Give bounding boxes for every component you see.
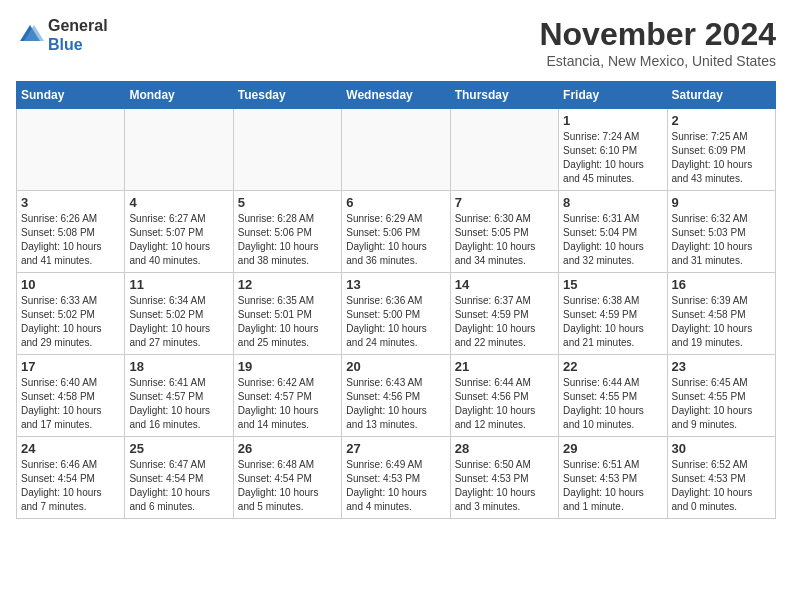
calendar-day-cell: 24Sunrise: 6:46 AM Sunset: 4:54 PM Dayli…	[17, 437, 125, 519]
calendar-week-row: 24Sunrise: 6:46 AM Sunset: 4:54 PM Dayli…	[17, 437, 776, 519]
calendar-day-cell: 10Sunrise: 6:33 AM Sunset: 5:02 PM Dayli…	[17, 273, 125, 355]
day-info: Sunrise: 6:43 AM Sunset: 4:56 PM Dayligh…	[346, 376, 445, 432]
day-info: Sunrise: 6:29 AM Sunset: 5:06 PM Dayligh…	[346, 212, 445, 268]
day-number: 2	[672, 113, 771, 128]
calendar-day-cell: 7Sunrise: 6:30 AM Sunset: 5:05 PM Daylig…	[450, 191, 558, 273]
calendar-day-cell: 15Sunrise: 6:38 AM Sunset: 4:59 PM Dayli…	[559, 273, 667, 355]
calendar-day-cell: 12Sunrise: 6:35 AM Sunset: 5:01 PM Dayli…	[233, 273, 341, 355]
calendar-day-cell: 11Sunrise: 6:34 AM Sunset: 5:02 PM Dayli…	[125, 273, 233, 355]
day-number: 9	[672, 195, 771, 210]
day-number: 15	[563, 277, 662, 292]
weekday-header: Sunday	[17, 82, 125, 109]
calendar-day-cell	[450, 109, 558, 191]
calendar-day-cell: 29Sunrise: 6:51 AM Sunset: 4:53 PM Dayli…	[559, 437, 667, 519]
day-number: 8	[563, 195, 662, 210]
day-number: 30	[672, 441, 771, 456]
day-number: 23	[672, 359, 771, 374]
calendar-day-cell: 26Sunrise: 6:48 AM Sunset: 4:54 PM Dayli…	[233, 437, 341, 519]
day-info: Sunrise: 6:32 AM Sunset: 5:03 PM Dayligh…	[672, 212, 771, 268]
calendar-table: SundayMondayTuesdayWednesdayThursdayFrid…	[16, 81, 776, 519]
day-number: 13	[346, 277, 445, 292]
day-info: Sunrise: 6:37 AM Sunset: 4:59 PM Dayligh…	[455, 294, 554, 350]
weekday-header: Tuesday	[233, 82, 341, 109]
day-number: 21	[455, 359, 554, 374]
day-info: Sunrise: 6:30 AM Sunset: 5:05 PM Dayligh…	[455, 212, 554, 268]
calendar-day-cell: 27Sunrise: 6:49 AM Sunset: 4:53 PM Dayli…	[342, 437, 450, 519]
logo-icon	[16, 21, 44, 49]
day-number: 1	[563, 113, 662, 128]
day-number: 28	[455, 441, 554, 456]
calendar-day-cell: 2Sunrise: 7:25 AM Sunset: 6:09 PM Daylig…	[667, 109, 775, 191]
calendar-day-cell: 28Sunrise: 6:50 AM Sunset: 4:53 PM Dayli…	[450, 437, 558, 519]
day-number: 29	[563, 441, 662, 456]
calendar-header-row: SundayMondayTuesdayWednesdayThursdayFrid…	[17, 82, 776, 109]
weekday-header: Saturday	[667, 82, 775, 109]
day-number: 25	[129, 441, 228, 456]
day-number: 19	[238, 359, 337, 374]
calendar-day-cell: 3Sunrise: 6:26 AM Sunset: 5:08 PM Daylig…	[17, 191, 125, 273]
calendar-day-cell: 21Sunrise: 6:44 AM Sunset: 4:56 PM Dayli…	[450, 355, 558, 437]
day-info: Sunrise: 6:45 AM Sunset: 4:55 PM Dayligh…	[672, 376, 771, 432]
calendar-day-cell: 23Sunrise: 6:45 AM Sunset: 4:55 PM Dayli…	[667, 355, 775, 437]
calendar-day-cell: 16Sunrise: 6:39 AM Sunset: 4:58 PM Dayli…	[667, 273, 775, 355]
day-info: Sunrise: 7:24 AM Sunset: 6:10 PM Dayligh…	[563, 130, 662, 186]
calendar-day-cell: 6Sunrise: 6:29 AM Sunset: 5:06 PM Daylig…	[342, 191, 450, 273]
calendar-day-cell: 13Sunrise: 6:36 AM Sunset: 5:00 PM Dayli…	[342, 273, 450, 355]
month-title: November 2024	[539, 16, 776, 53]
calendar-day-cell	[125, 109, 233, 191]
weekday-header: Wednesday	[342, 82, 450, 109]
day-number: 24	[21, 441, 120, 456]
day-info: Sunrise: 6:39 AM Sunset: 4:58 PM Dayligh…	[672, 294, 771, 350]
day-info: Sunrise: 6:31 AM Sunset: 5:04 PM Dayligh…	[563, 212, 662, 268]
day-number: 17	[21, 359, 120, 374]
calendar-day-cell: 19Sunrise: 6:42 AM Sunset: 4:57 PM Dayli…	[233, 355, 341, 437]
day-info: Sunrise: 6:49 AM Sunset: 4:53 PM Dayligh…	[346, 458, 445, 514]
day-number: 26	[238, 441, 337, 456]
day-info: Sunrise: 6:48 AM Sunset: 4:54 PM Dayligh…	[238, 458, 337, 514]
page-header: General Blue November 2024 Estancia, New…	[16, 16, 776, 69]
weekday-header: Thursday	[450, 82, 558, 109]
title-block: November 2024 Estancia, New Mexico, Unit…	[539, 16, 776, 69]
day-info: Sunrise: 6:46 AM Sunset: 4:54 PM Dayligh…	[21, 458, 120, 514]
day-info: Sunrise: 6:47 AM Sunset: 4:54 PM Dayligh…	[129, 458, 228, 514]
day-info: Sunrise: 6:33 AM Sunset: 5:02 PM Dayligh…	[21, 294, 120, 350]
calendar-day-cell: 9Sunrise: 6:32 AM Sunset: 5:03 PM Daylig…	[667, 191, 775, 273]
calendar-day-cell: 14Sunrise: 6:37 AM Sunset: 4:59 PM Dayli…	[450, 273, 558, 355]
day-number: 6	[346, 195, 445, 210]
day-info: Sunrise: 6:35 AM Sunset: 5:01 PM Dayligh…	[238, 294, 337, 350]
day-number: 4	[129, 195, 228, 210]
calendar-week-row: 3Sunrise: 6:26 AM Sunset: 5:08 PM Daylig…	[17, 191, 776, 273]
logo: General Blue	[16, 16, 108, 54]
logo-blue: Blue	[48, 36, 83, 53]
day-number: 27	[346, 441, 445, 456]
weekday-header: Monday	[125, 82, 233, 109]
day-number: 11	[129, 277, 228, 292]
calendar-day-cell: 18Sunrise: 6:41 AM Sunset: 4:57 PM Dayli…	[125, 355, 233, 437]
day-number: 14	[455, 277, 554, 292]
calendar-day-cell: 20Sunrise: 6:43 AM Sunset: 4:56 PM Dayli…	[342, 355, 450, 437]
day-info: Sunrise: 6:42 AM Sunset: 4:57 PM Dayligh…	[238, 376, 337, 432]
logo-text: General Blue	[48, 16, 108, 54]
day-number: 20	[346, 359, 445, 374]
day-info: Sunrise: 6:36 AM Sunset: 5:00 PM Dayligh…	[346, 294, 445, 350]
calendar-day-cell: 4Sunrise: 6:27 AM Sunset: 5:07 PM Daylig…	[125, 191, 233, 273]
logo-general: General	[48, 17, 108, 34]
calendar-day-cell	[233, 109, 341, 191]
calendar-day-cell: 5Sunrise: 6:28 AM Sunset: 5:06 PM Daylig…	[233, 191, 341, 273]
day-number: 22	[563, 359, 662, 374]
calendar-day-cell: 8Sunrise: 6:31 AM Sunset: 5:04 PM Daylig…	[559, 191, 667, 273]
calendar-week-row: 10Sunrise: 6:33 AM Sunset: 5:02 PM Dayli…	[17, 273, 776, 355]
calendar-week-row: 1Sunrise: 7:24 AM Sunset: 6:10 PM Daylig…	[17, 109, 776, 191]
day-number: 7	[455, 195, 554, 210]
day-number: 10	[21, 277, 120, 292]
calendar-day-cell: 30Sunrise: 6:52 AM Sunset: 4:53 PM Dayli…	[667, 437, 775, 519]
day-info: Sunrise: 6:40 AM Sunset: 4:58 PM Dayligh…	[21, 376, 120, 432]
day-info: Sunrise: 6:28 AM Sunset: 5:06 PM Dayligh…	[238, 212, 337, 268]
weekday-header: Friday	[559, 82, 667, 109]
calendar-day-cell: 1Sunrise: 7:24 AM Sunset: 6:10 PM Daylig…	[559, 109, 667, 191]
day-number: 16	[672, 277, 771, 292]
day-info: Sunrise: 6:27 AM Sunset: 5:07 PM Dayligh…	[129, 212, 228, 268]
day-number: 18	[129, 359, 228, 374]
day-number: 5	[238, 195, 337, 210]
calendar-day-cell	[17, 109, 125, 191]
